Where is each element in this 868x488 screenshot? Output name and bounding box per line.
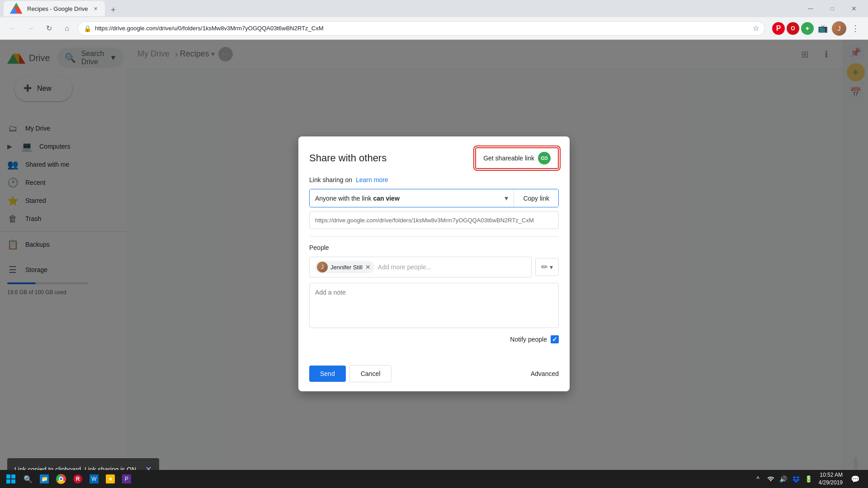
active-tab[interactable]: Recipes - Google Drive ✕ (4, 1, 105, 16)
cancel-button[interactable]: Cancel (349, 365, 392, 382)
taskbar-explorer[interactable]: 📁 (36, 471, 52, 487)
send-button[interactable]: Send (309, 366, 346, 382)
permission-dropdown-arrow: ▾ (550, 263, 553, 271)
app3-icon: R (73, 474, 82, 483)
dialog-header: Share with others Get shareable link (298, 136, 570, 176)
url-text: https://drive.google.com/drive/u/0/folde… (95, 25, 749, 32)
svg-rect-2 (11, 474, 15, 479)
svg-rect-3 (6, 479, 10, 483)
app6-icon: P (122, 474, 131, 483)
tray-network[interactable] (766, 474, 775, 483)
dialog-body: Link sharing on Learn more Anyone with t… (298, 176, 570, 361)
link-select-dropdown-icon: ▾ (505, 194, 508, 202)
explorer-icon: 📁 (40, 474, 49, 483)
browser-menu-button[interactable]: ⋮ (848, 21, 863, 36)
taskbar-app4[interactable]: W (86, 471, 102, 487)
people-input[interactable]: Add more people... (378, 263, 431, 271)
chip-remove-button[interactable]: ✕ (365, 264, 371, 270)
dialog-footer: Send Cancel Advanced (298, 361, 570, 391)
taskbar-app6[interactable]: P (118, 471, 135, 487)
tray-chevron[interactable]: ^ (754, 474, 763, 483)
learn-more-link[interactable]: Learn more (356, 176, 388, 183)
clock-time: 10:52 AM (819, 471, 843, 479)
taskbar-search-icon: 🔍 (24, 475, 33, 483)
notification-center-button[interactable]: 💬 (848, 470, 863, 488)
tray-battery[interactable]: 🔋 (804, 474, 813, 483)
back-button[interactable]: ← (5, 21, 20, 36)
clock-date: 4/29/2019 (819, 479, 843, 487)
browser-extensions: P O ✦ 📺 J ⋮ (772, 21, 863, 36)
url-bar[interactable]: 🔒 https://drive.google.com/drive/u/0/fol… (78, 21, 765, 36)
shareable-link-icon (538, 152, 551, 164)
person-chip: J Jennifer Still ✕ (315, 261, 374, 273)
person-name: Jennifer Still (330, 264, 363, 271)
main-content: Drive 🔍 Search Drive ▼ ? ⚙ ⋮⋮⋮ J (0, 40, 868, 488)
bookmark-star-icon[interactable]: ☆ (753, 24, 759, 33)
link-option-text: Anyone with the link can view (315, 195, 400, 202)
people-input-row: J Jennifer Still ✕ Add more people... ✏ … (309, 257, 559, 277)
window-controls: — □ ✕ (800, 1, 864, 16)
taskbar-app5[interactable]: ★ (102, 471, 118, 487)
note-textarea[interactable] (309, 283, 559, 328)
share-dialog: Share with others Get shareable link (298, 136, 570, 391)
person-avatar: J (317, 262, 328, 272)
people-input-wrapper[interactable]: J Jennifer Still ✕ Add more people... (309, 257, 532, 277)
forward-button[interactable]: → (24, 21, 38, 36)
security-lock-icon: 🔒 (84, 25, 91, 32)
taskbar-chrome[interactable] (52, 471, 70, 487)
permission-dropdown-button[interactable]: ✏ ▾ (535, 258, 559, 276)
tray-dropbox[interactable] (792, 474, 801, 483)
address-bar: ← → ↻ ⌂ 🔒 https://drive.google.com/drive… (0, 17, 868, 40)
maximize-button[interactable]: □ (822, 1, 843, 16)
system-clock[interactable]: 10:52 AM 4/29/2019 (817, 471, 844, 487)
tray-volume[interactable]: 🔊 (779, 474, 788, 483)
pencil-icon: ✏ (541, 262, 548, 272)
cast-icon[interactable]: 📺 (816, 21, 830, 36)
reload-button[interactable]: ↻ (42, 21, 56, 36)
taskbar-search[interactable]: 🔍 (20, 471, 36, 487)
svg-rect-1 (6, 474, 10, 479)
link-url-row: https://drive.google.com/drive/folders/1… (309, 211, 559, 229)
taskbar: 🔍 📁 R W ★ (0, 470, 868, 488)
notify-row: Notify people ✓ (309, 335, 559, 343)
get-shareable-link-button[interactable]: Get shareable link (475, 147, 559, 169)
get-shareable-text: Get shareable link (483, 155, 534, 162)
people-label: People (309, 244, 559, 251)
profile-avatar[interactable]: J (832, 21, 846, 36)
link-sharing-row: Link sharing on Learn more (309, 176, 559, 183)
network-icon (767, 475, 774, 483)
chrome-icon (56, 474, 66, 484)
share-dialog-overlay: Share with others Get shareable link (0, 40, 868, 488)
tab-close-button[interactable]: ✕ (91, 5, 99, 13)
pinterest-extension[interactable]: P (772, 22, 785, 35)
link-permission-select[interactable]: Anyone with the link can view ▾ (310, 189, 514, 207)
taskbar-app3[interactable]: R (70, 471, 86, 487)
link-option-row: Anyone with the link can view ▾ Copy lin… (309, 189, 559, 207)
dialog-title: Share with others (309, 152, 387, 164)
title-bar: Recipes - Google Drive ✕ + — □ ✕ (0, 0, 868, 17)
notify-checkbox[interactable]: ✓ (551, 335, 559, 343)
advanced-link[interactable]: Advanced (531, 370, 559, 377)
extra-extension[interactable]: ✦ (801, 22, 814, 35)
checkbox-check-icon: ✓ (552, 336, 557, 343)
dialog-divider (309, 236, 559, 237)
app4-icon: W (90, 474, 99, 483)
tab-favicon (9, 1, 24, 16)
svg-rect-4 (11, 479, 15, 483)
minimize-button[interactable]: — (800, 1, 821, 16)
app5-icon: ★ (106, 474, 115, 483)
new-tab-button[interactable]: + (107, 4, 119, 16)
notify-label: Notify people (510, 336, 547, 343)
copy-link-button[interactable]: Copy link (514, 189, 558, 207)
close-button[interactable]: ✕ (844, 1, 864, 16)
link-sharing-label: Link sharing on (309, 176, 352, 183)
tab-title: Recipes - Google Drive (27, 5, 88, 12)
system-tray: ^ 🔊 🔋 10:52 AM 4/29/2019 💬 (750, 470, 866, 488)
dropbox-icon (793, 475, 800, 483)
home-button[interactable]: ⌂ (60, 21, 74, 36)
link-url-text: https://drive.google.com/drive/folders/1… (315, 217, 534, 224)
start-button[interactable] (2, 470, 20, 488)
windows-logo-icon (6, 474, 15, 483)
opera-extension[interactable]: O (787, 22, 799, 35)
